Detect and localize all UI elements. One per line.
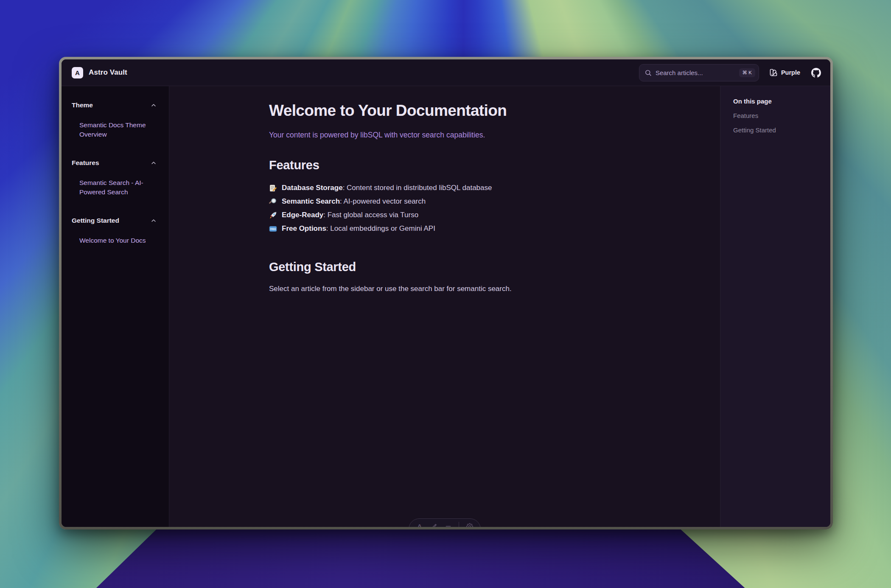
sidebar-section-label: Features [72, 159, 99, 167]
github-icon [811, 68, 821, 78]
search-input[interactable]: Search articles... ⌘ K [639, 64, 759, 81]
feature-label: Free Options [282, 224, 326, 232]
minus-icon[interactable] [445, 523, 452, 527]
feature-item-free-options: FREE Free Options: Local embeddings or G… [269, 222, 642, 235]
brand-logo[interactable]: A [72, 67, 83, 78]
sidebar-section-getting-started-toggle[interactable]: Getting Started [72, 217, 157, 224]
github-link[interactable] [811, 68, 821, 78]
search-icon [644, 69, 652, 76]
chevron-up-icon[interactable] [150, 160, 157, 166]
gear-icon[interactable] [466, 523, 474, 527]
feature-item-database-storage: Database Storage: Content stored in dist… [269, 181, 642, 195]
sidebar-section-getting-started: Getting Started Welcome to Your Docs [72, 217, 157, 245]
getting-started-paragraph: Select an article from the sidebar or us… [269, 285, 642, 293]
page-title: Welcome to Your Documentation [269, 102, 642, 120]
search-placeholder: Search articles... [656, 69, 735, 76]
feature-item-semantic-search: Semantic Search: AI-powered vector searc… [269, 195, 642, 208]
sidebar-section-label: Theme [72, 101, 93, 109]
sidebar-section-features-toggle[interactable]: Features [72, 159, 157, 167]
feature-text: : AI-powered vector search [340, 197, 426, 205]
app-window-inner: A Astro Vault Search articles... ⌘ K Pur… [62, 59, 830, 527]
swatch-book-icon [769, 68, 778, 77]
floating-toolbar: A [409, 518, 481, 527]
feature-text: : Local embeddings or Gemini API [326, 224, 435, 232]
svg-text:FREE: FREE [270, 227, 276, 230]
getting-started-heading: Getting Started [269, 260, 642, 274]
memo-icon [269, 184, 277, 192]
features-list: Database Storage: Content stored in dist… [269, 181, 642, 235]
app-window: A Astro Vault Search articles... ⌘ K Pur… [59, 57, 833, 529]
top-bar: A Astro Vault Search articles... ⌘ K Pur… [62, 59, 830, 86]
sidebar-item-semantic-docs-theme-overview[interactable]: Semantic Docs Theme Overview [79, 120, 150, 139]
on-this-page-title: On this page [733, 98, 822, 105]
search-shortcut-badge: ⌘ K [739, 68, 755, 77]
feature-text: : Content stored in distributed libSQL d… [343, 184, 492, 192]
page-subtitle: Your content is powered by libSQL with v… [269, 131, 642, 140]
sidebar-nav: Theme Semantic Docs Theme Overview Featu… [62, 86, 169, 527]
article: Welcome to Your Documentation Your conte… [269, 102, 642, 293]
font-icon[interactable]: A [416, 523, 423, 527]
sidebar-section-features: Features Semantic Search - AI-Powered Se… [72, 159, 157, 197]
theme-select-button[interactable]: Purple [768, 66, 802, 79]
sidebar-section-label: Getting Started [72, 217, 119, 224]
feature-label: Database Storage [282, 184, 343, 192]
rocket-icon [269, 211, 277, 219]
magnifier-icon [269, 198, 277, 206]
main-content: Welcome to Your Documentation Your conte… [169, 86, 720, 527]
free-icon: FREE [269, 225, 277, 233]
sidebar-item-welcome-to-your-docs[interactable]: Welcome to Your Docs [79, 236, 150, 245]
toc-link-getting-started[interactable]: Getting Started [733, 126, 822, 134]
sidebar-section-theme: Theme Semantic Docs Theme Overview [72, 101, 157, 139]
feature-text: : Fast global access via Turso [323, 211, 418, 219]
toolbar-divider [459, 522, 459, 527]
toc-link-features[interactable]: Features [733, 112, 822, 119]
on-this-page-panel: On this page Features Getting Started [720, 86, 830, 527]
feature-label: Semantic Search [282, 197, 340, 205]
chevron-up-icon[interactable] [150, 102, 157, 109]
theme-button-label: Purple [781, 69, 800, 76]
chevron-up-icon[interactable] [150, 217, 157, 224]
sidebar-section-theme-toggle[interactable]: Theme [72, 101, 157, 109]
feature-label: Edge-Ready [282, 211, 323, 219]
brand-title[interactable]: Astro Vault [89, 68, 127, 77]
pen-icon[interactable] [430, 523, 437, 527]
sidebar-item-semantic-search[interactable]: Semantic Search - AI-Powered Search [79, 178, 150, 197]
feature-item-edge-ready: Edge-Ready: Fast global access via Turso [269, 208, 642, 222]
window-body: Theme Semantic Docs Theme Overview Featu… [62, 86, 830, 527]
features-heading: Features [269, 158, 642, 172]
